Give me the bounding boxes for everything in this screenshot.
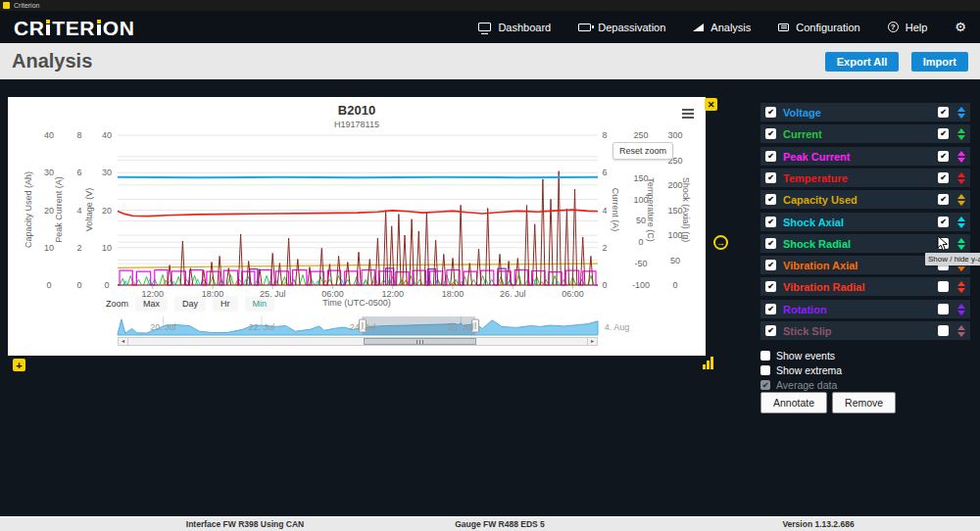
series-visible-checkbox[interactable] bbox=[765, 128, 776, 139]
expand-arrow-button[interactable] bbox=[713, 235, 728, 250]
reorder-arrows-icon[interactable] bbox=[957, 151, 965, 163]
series-visible-checkbox[interactable] bbox=[765, 325, 776, 336]
arrow-down-icon bbox=[957, 201, 965, 206]
nav-item-label: Analysis bbox=[710, 22, 751, 33]
signal-bars-icon[interactable] bbox=[703, 357, 713, 369]
criterion-app-icon bbox=[3, 2, 10, 9]
series-vibration-radial bbox=[118, 171, 598, 285]
add-chart-button[interactable] bbox=[13, 359, 25, 371]
show-events-checkbox[interactable] bbox=[760, 351, 770, 361]
series-visible-checkbox[interactable] bbox=[765, 172, 776, 183]
x-axis-tick: 18:00 bbox=[431, 289, 474, 299]
x-axis-tick: 06:00 bbox=[311, 289, 354, 299]
option-show-events[interactable]: Show events bbox=[760, 350, 842, 362]
series-row-temperature[interactable]: Temperature bbox=[760, 169, 970, 187]
y-axis-visible-checkbox[interactable] bbox=[938, 128, 949, 139]
chart-subtitle: H19178115 bbox=[8, 120, 706, 129]
y-axis-visible-checkbox[interactable] bbox=[938, 304, 949, 314]
reorder-arrows-icon[interactable] bbox=[957, 107, 965, 119]
nav-menu: DashboardDepassivationAnalysisConfigurat… bbox=[478, 21, 966, 33]
series-row-current[interactable]: Current bbox=[760, 124, 970, 143]
series-label: Stick Slip bbox=[783, 325, 931, 337]
nav-item-dashboard[interactable]: Dashboard bbox=[478, 22, 551, 33]
page-header: Analysis Export All Import bbox=[0, 43, 980, 79]
series-row-rotation[interactable]: Rotation bbox=[760, 300, 970, 318]
series-visible-checkbox[interactable] bbox=[765, 217, 776, 227]
panel-icon bbox=[778, 24, 789, 31]
gauge-fw-status: Gauge FW R488 EDS 5 bbox=[455, 519, 545, 529]
option-show-extrema[interactable]: Show extrema bbox=[760, 364, 842, 376]
x-axis-tick: 26. Jul bbox=[491, 289, 534, 299]
nav-item-depassivation[interactable]: Depassivation bbox=[578, 22, 665, 33]
series-label: Capacity Used bbox=[783, 194, 931, 206]
remove-button[interactable]: Remove bbox=[832, 392, 896, 413]
series-row-voltage[interactable]: Voltage bbox=[760, 103, 970, 121]
series-visible-checkbox[interactable] bbox=[765, 151, 776, 162]
series-label: Vibration Axial bbox=[783, 260, 931, 271]
export-all-button[interactable]: Export All bbox=[825, 52, 900, 72]
y-axis-visible-checkbox[interactable] bbox=[938, 325, 949, 336]
nav-item-analysis[interactable]: Analysis bbox=[693, 22, 751, 33]
reorder-arrows-icon[interactable] bbox=[957, 304, 965, 315]
window-titlebar: Criterion bbox=[0, 0, 980, 11]
reset-zoom-button[interactable]: Reset zoom bbox=[612, 142, 673, 160]
y-axis-visible-checkbox[interactable] bbox=[938, 172, 949, 183]
close-chart-button[interactable] bbox=[705, 98, 717, 111]
series-row-stick-slip[interactable]: Stick Slip bbox=[760, 321, 970, 340]
series-visible-checkbox[interactable] bbox=[765, 260, 776, 270]
gear-icon[interactable] bbox=[955, 21, 966, 33]
plot-area[interactable] bbox=[118, 135, 598, 285]
scrollbar-thumb[interactable] bbox=[364, 338, 476, 345]
series-visible-checkbox[interactable] bbox=[765, 238, 776, 249]
y-axis-title: Capacity Used (Ah) bbox=[24, 146, 33, 273]
arrow-down-icon bbox=[957, 332, 965, 337]
x-axis-tick: 25. Jul bbox=[251, 289, 294, 299]
show-extrema-checkbox[interactable] bbox=[760, 365, 770, 375]
navigator-scrollbar[interactable] bbox=[118, 337, 598, 346]
scroll-right-icon[interactable] bbox=[587, 338, 597, 345]
reorder-arrows-icon[interactable] bbox=[957, 238, 965, 250]
annotation-actions: Annotate Remove bbox=[760, 392, 896, 413]
y-axis-visible-checkbox[interactable] bbox=[938, 194, 949, 205]
import-button[interactable]: Import bbox=[911, 52, 968, 72]
y-axis-visible-checkbox[interactable] bbox=[938, 217, 949, 227]
brand-i-glyph bbox=[46, 20, 50, 35]
annotate-button[interactable]: Annotate bbox=[760, 392, 827, 413]
y-axis-visible-checkbox[interactable] bbox=[938, 151, 949, 162]
status-bar: Interface FW R398 Using CAN Gauge FW R48… bbox=[0, 516, 980, 531]
nav-item-label: Configuration bbox=[796, 22, 859, 33]
arrow-down-icon bbox=[957, 158, 965, 163]
reorder-arrows-icon[interactable] bbox=[957, 217, 965, 228]
brand-text: ON bbox=[103, 21, 135, 35]
reorder-arrows-icon[interactable] bbox=[957, 194, 965, 206]
series-row-capacity-used[interactable]: Capacity Used bbox=[760, 190, 970, 209]
reorder-arrows-icon[interactable] bbox=[957, 325, 965, 337]
nav-item-configuration[interactable]: Configuration bbox=[778, 22, 859, 33]
reorder-arrows-icon[interactable] bbox=[957, 172, 965, 184]
y-axis-visible-checkbox[interactable] bbox=[938, 281, 949, 292]
chart-title: B2010 bbox=[8, 103, 706, 118]
series-visible-checkbox[interactable] bbox=[765, 281, 776, 292]
arrow-up-icon bbox=[957, 325, 965, 330]
arrow-up-icon bbox=[957, 304, 965, 309]
option-label: Show extrema bbox=[776, 364, 842, 376]
series-visible-checkbox[interactable] bbox=[765, 304, 776, 314]
nav-item-help[interactable]: Help bbox=[888, 22, 928, 33]
series-row-shock-axial[interactable]: Shock Axial bbox=[760, 213, 970, 231]
option-average-data[interactable]: Average data bbox=[760, 379, 842, 391]
series-visible-checkbox[interactable] bbox=[765, 194, 776, 205]
series-toggle-list: VoltageCurrentPeak CurrentTemperatureCap… bbox=[760, 103, 970, 341]
reorder-arrows-icon[interactable] bbox=[957, 128, 965, 140]
reorder-arrows-icon[interactable] bbox=[957, 281, 965, 293]
chart-menu-icon[interactable] bbox=[680, 105, 696, 122]
series-row-vibration-radial[interactable]: Vibration Radial bbox=[760, 277, 970, 296]
brand-text: CR bbox=[14, 21, 44, 35]
average-data-checkbox bbox=[760, 380, 770, 390]
brand-logo[interactable]: CR TER ON bbox=[14, 20, 134, 35]
y-axis-visible-checkbox[interactable] bbox=[938, 107, 949, 118]
series-row-peak-current[interactable]: Peak Current bbox=[760, 147, 970, 166]
series-visible-checkbox[interactable] bbox=[765, 107, 776, 118]
brand-text: TER bbox=[52, 21, 95, 35]
scroll-left-icon[interactable] bbox=[119, 338, 128, 345]
y-axis-title: Current (A) bbox=[611, 146, 620, 273]
